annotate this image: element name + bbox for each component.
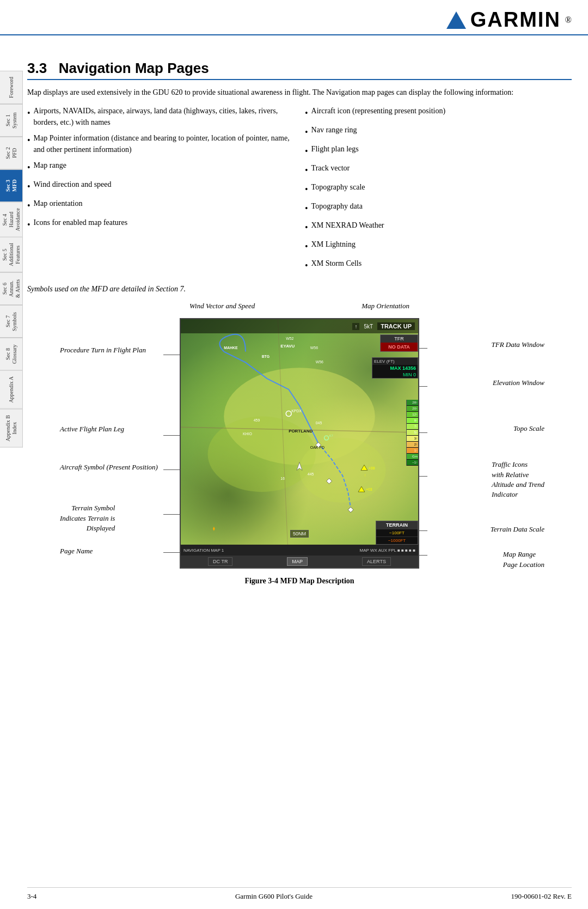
map-nav-bar: NAVIGATION MAP 1 MAP WX AUX FPL ■ ■ ■ ■ …: [181, 545, 418, 556]
footer-doc-title: Garmin G600 Pilot's Guide: [235, 892, 313, 901]
connector-aircraft: [163, 469, 180, 470]
sidebar-tab-sec4[interactable]: Sec 4HazardAvoidance: [0, 202, 23, 237]
page-header: GARMIN®: [0, 0, 588, 35]
callout-tfr: TFR Data Window: [491, 340, 544, 350]
bullet-col-left: • Airports, NAVAIDs, airspace, airways, …: [27, 105, 294, 277]
tab-map[interactable]: MAP: [287, 557, 308, 566]
diagram-wrapper: Wind Vector and Speed Map Orientation Pr…: [27, 302, 572, 569]
range-indicator: 50NM: [290, 530, 309, 538]
bullet-dot: •: [27, 134, 30, 147]
svg-text:MAHKE: MAHKE: [224, 346, 238, 350]
sidebar-tab-sec1[interactable]: Sec 1System: [0, 104, 23, 137]
svg-text:⧫: ⧫: [213, 526, 215, 531]
bullet-dot: •: [305, 164, 308, 177]
map-orientation-label: TRACK UP: [377, 322, 415, 330]
section-title: 3.3 Navigation Map Pages: [27, 60, 572, 80]
sidebar: Foreword Sec 1System Sec 2PFD Sec 3MFD S…: [0, 71, 23, 447]
sidebar-tab-sec3[interactable]: Sec 3MFD: [0, 169, 23, 202]
terrain-val1: −100FT: [376, 529, 418, 536]
svg-text:+03: +03: [366, 488, 372, 492]
bullet-right-7: • XM NEXRAD Weather: [305, 219, 572, 234]
callout-topo: Topo Scale: [513, 424, 544, 433]
svg-text:OAK PD: OAK PD: [310, 446, 324, 449]
bullet-dot: •: [27, 199, 30, 212]
connector-tfr: [419, 348, 427, 349]
bullet-left-3: • Map range: [27, 160, 294, 174]
callout-terrain-data: Terrain Data Scale: [491, 525, 544, 534]
nav-bar-icons: MAP WX AUX FPL ■ ■ ■ ■ ■: [360, 548, 415, 553]
map-speed-label: 5kT: [364, 324, 373, 330]
svg-text:W56: W56: [310, 346, 318, 350]
bullet-dot: •: [305, 107, 308, 120]
figure-caption: Figure 3-4 MFD Map Description: [27, 577, 572, 585]
terrain-data-window: TERRAIN −100FT −1000FT: [376, 521, 418, 545]
bullet-dot: •: [27, 161, 30, 174]
bullet-dot: •: [27, 107, 30, 120]
svg-point-1: [208, 417, 316, 492]
connector-topo: [419, 432, 427, 433]
tfr-title: TFR: [381, 335, 418, 343]
sidebar-tab-foreword[interactable]: Foreword: [0, 71, 23, 104]
bullet-right-8: • XM Lightning: [305, 239, 572, 253]
elev-max: MAX 14356: [372, 365, 418, 371]
tab-dc-tr[interactable]: DC TR: [208, 557, 232, 566]
callout-elevation: Elevation Window: [493, 378, 544, 388]
map-wind-arrow-icon: ↑: [352, 323, 359, 330]
bullet-left-6: • Icons for enabled map features: [27, 217, 294, 231]
bullet-dot: •: [305, 240, 308, 253]
connector-active-flight: [163, 435, 180, 436]
bullet-columns: • Airports, NAVAIDs, airspace, airways, …: [27, 105, 572, 277]
svg-text:K7: K7: [329, 434, 333, 437]
sidebar-tab-sec6[interactable]: Sec 6Annun.& Alerts: [0, 272, 23, 305]
callout-map-range: Map RangePage Location: [503, 550, 544, 569]
connector-terrain-data: [419, 530, 427, 531]
tab-alerts[interactable]: ALERTS: [362, 557, 391, 566]
connector-traffic: [419, 476, 427, 477]
map-top-bar: ↑ 5kT TRACK UP: [181, 319, 418, 333]
terrain-val2: −1000FT: [376, 536, 418, 544]
bullet-right-2: • Nav range ring: [305, 124, 572, 139]
intro-paragraph: Map displays are used extensively in the…: [27, 87, 572, 99]
callout-terrain-symbol: Terrain SymbolIndicates Terrain isDispla…: [60, 503, 115, 533]
bullet-dot: •: [305, 202, 308, 215]
bullet-left-4: • Wind direction and speed: [27, 179, 294, 193]
elev-title: ELEV (FT): [372, 358, 418, 365]
section-heading: Navigation Map Pages: [59, 60, 209, 76]
callout-wind-vector: Wind Vector and Speed: [189, 302, 255, 310]
sidebar-tab-sec8[interactable]: Sec 8Glossary: [0, 338, 23, 370]
footer-doc-number: 190-00601-02 Rev. E: [511, 892, 572, 901]
sidebar-tab-appendixb[interactable]: Appendix BIndex: [0, 409, 23, 448]
diagram-inner: Procedure Turn in Flight Plan Active Fli…: [180, 318, 419, 569]
elev-min: MIN 0: [372, 371, 418, 378]
svg-text:KHIO: KHIO: [243, 432, 253, 436]
svg-text:W52: W52: [286, 337, 293, 340]
bullet-dot: •: [305, 183, 308, 196]
elevation-window: ELEV (FT) MAX 14356 MIN 0: [372, 357, 418, 379]
garmin-reg: ®: [565, 15, 572, 25]
sidebar-tab-sec2[interactable]: Sec 2PFD: [0, 137, 23, 169]
svg-text:↑: ↑: [364, 474, 366, 478]
callout-page-name: Page Name: [60, 547, 93, 556]
logo-area: GARMIN®: [446, 8, 572, 32]
bullet-right-5: • Topography scale: [305, 181, 572, 196]
tfr-content: NO DATA: [381, 343, 418, 351]
connector-terrain-sym: [163, 514, 180, 515]
map-tabs: DC TR MAP ALERTS: [181, 556, 418, 568]
callout-traffic: Traffic Iconswith RelativeAltitude and T…: [492, 460, 544, 499]
connector-map-range: [419, 555, 427, 556]
bullet-dot: •: [305, 221, 308, 234]
connector-page-name: [163, 552, 180, 553]
svg-text:445: 445: [308, 473, 314, 477]
sidebar-tab-appendixa[interactable]: Appendix A: [0, 370, 23, 409]
callout-procedure-turn: Procedure Turn in Flight Plan: [60, 345, 146, 355]
bullet-dot: •: [27, 180, 30, 193]
bullet-left-2: • Map Pointer information (distance and …: [27, 132, 294, 155]
sidebar-tab-sec7[interactable]: Sec 7Symbols: [0, 305, 23, 338]
svg-text:W56: W56: [316, 361, 323, 364]
sidebar-tab-sec5[interactable]: Sec 5AdditionalFeatures: [0, 237, 23, 272]
svg-text:BTG: BTG: [262, 355, 270, 359]
callout-map-orientation: Map Orientation: [362, 302, 409, 310]
bullet-dot: •: [305, 126, 308, 139]
svg-text:459: 459: [254, 419, 260, 423]
svg-text:16: 16: [280, 477, 285, 481]
